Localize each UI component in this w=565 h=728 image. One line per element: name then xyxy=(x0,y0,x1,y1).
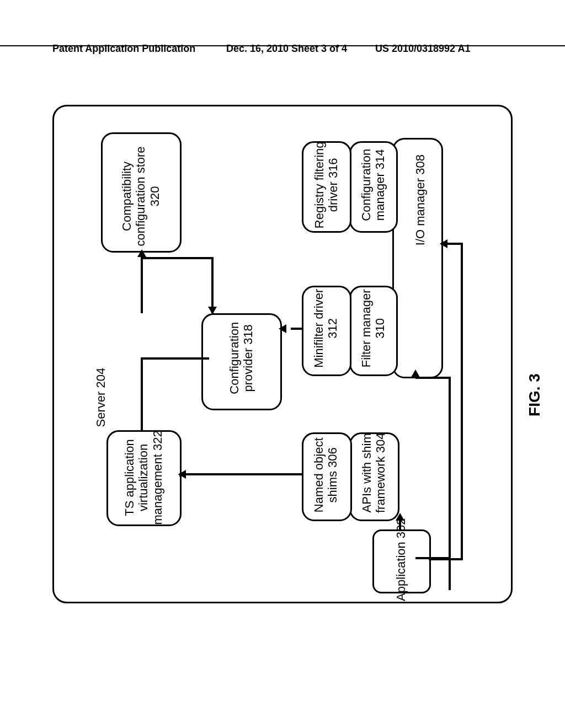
label-ts-app: TS application virtualization management… xyxy=(122,426,164,528)
server-label: Server 204 xyxy=(94,359,108,436)
label-apis: APIs with shim framework 304 xyxy=(360,425,388,521)
figure-label: FIG. 3 xyxy=(526,373,543,416)
label-registry-filter: Registry filtering driver 316 xyxy=(312,135,340,234)
label-config-provider: Configuration provider 318 xyxy=(227,310,255,406)
label-minifilter: Minifilter driver 312 xyxy=(312,280,340,377)
figure-canvas: Server 204 Application 302 APIs with shi… xyxy=(52,105,510,601)
header-right: US 2010/0318992 A1 xyxy=(375,43,470,55)
label-config-manager: Configuration manager 314 xyxy=(359,137,387,233)
label-compat-store: Compatibility configuration store 320 xyxy=(120,138,162,254)
label-io-manager: I/O manager 308 xyxy=(413,149,427,251)
label-named-object: Named object shims 306 xyxy=(312,428,340,522)
label-filter-manager: Filter manager 310 xyxy=(359,280,387,377)
header-left: Patent Application Publication xyxy=(52,43,195,55)
header-middle: Dec. 16, 2010 Sheet 3 of 4 xyxy=(226,43,347,55)
